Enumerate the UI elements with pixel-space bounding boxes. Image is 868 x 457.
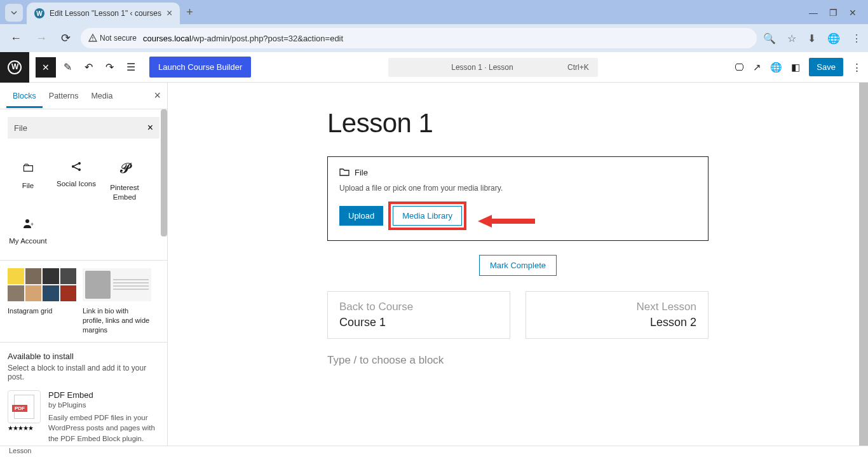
browser-tab[interactable]: W Edit Lesson "Lesson 1" ‹ courses × bbox=[27, 3, 180, 24]
pattern-link-in-bio[interactable]: Link in bio with profile, links and wide… bbox=[83, 268, 151, 335]
available-to-install: Available to install Select a block to i… bbox=[0, 342, 167, 446]
svg-point-1 bbox=[92, 39, 93, 40]
block-pinterest-embed[interactable]: 𝒫 Pinterest Embed bbox=[100, 153, 149, 210]
maximize-icon[interactable]: ❐ bbox=[829, 8, 837, 18]
pinterest-icon: 𝒫 bbox=[119, 160, 130, 177]
close-inserter-button[interactable]: ✕ bbox=[36, 57, 56, 78]
globe-icon[interactable]: 🌐 bbox=[770, 62, 782, 73]
tab-blocks[interactable]: Blocks bbox=[6, 84, 43, 108]
svg-text:+: + bbox=[31, 221, 34, 228]
document-title-bar[interactable]: Lesson 1 · Lesson Ctrl+K bbox=[388, 58, 598, 77]
warning-icon bbox=[88, 34, 97, 43]
page-title[interactable]: Lesson 1 bbox=[327, 108, 709, 139]
file-block[interactable]: File Upload a file or pick one from your… bbox=[327, 156, 709, 241]
undo-icon[interactable]: ↶ bbox=[79, 56, 98, 78]
blocks-grid: 🗀 File Social Icons 𝒫 Pinterest Embed bbox=[0, 146, 167, 260]
document-overview-icon[interactable]: ☰ bbox=[121, 56, 140, 78]
edit-icon[interactable]: ✎ bbox=[58, 56, 77, 78]
browser-toolbar: ← → ⟳ Not secure courses.local/wp-admin/… bbox=[0, 24, 868, 52]
block-my-account[interactable]: + My Account bbox=[4, 210, 52, 254]
inserter-tabs: Blocks Patterns Media × bbox=[0, 83, 167, 109]
view-icon[interactable]: 🖵 bbox=[735, 62, 744, 72]
available-desc: Select a block to install and add it to … bbox=[8, 364, 159, 381]
options-icon[interactable]: ⋮ bbox=[852, 62, 862, 73]
block-inserter-panel: Blocks Patterns Media × File × 🗀 File bbox=[0, 83, 168, 446]
security-badge[interactable]: Not secure bbox=[88, 34, 137, 43]
window-controls: — ❐ ✕ bbox=[809, 8, 868, 18]
close-tab-icon[interactable]: × bbox=[166, 8, 172, 19]
svg-line-5 bbox=[74, 164, 79, 167]
menu-icon[interactable]: ⋮ bbox=[851, 32, 862, 44]
account-icon: + bbox=[22, 217, 34, 230]
browser-tab-strip: W Edit Lesson "Lesson 1" ‹ courses × + —… bbox=[0, 0, 868, 24]
back-button[interactable]: ← bbox=[6, 29, 25, 48]
wordpress-logo[interactable] bbox=[0, 52, 29, 83]
extension-icon[interactable]: 🌐 bbox=[827, 32, 840, 44]
pdf-icon: PDF bbox=[8, 390, 41, 423]
plugin-pdf-embed[interactable]: PDF ★★★★★ PDF Embed by bPlugins Easily e… bbox=[8, 390, 159, 443]
block-placeholder[interactable]: Type / to choose a block bbox=[327, 354, 709, 367]
close-window-icon[interactable]: ✕ bbox=[849, 8, 857, 18]
new-tab-button[interactable]: + bbox=[186, 6, 193, 19]
canvas-scrollbar[interactable] bbox=[859, 83, 868, 446]
forward-button[interactable]: → bbox=[32, 29, 51, 48]
upload-button[interactable]: Upload bbox=[339, 206, 383, 226]
svg-point-7 bbox=[25, 219, 29, 223]
svg-point-3 bbox=[78, 162, 81, 165]
sidebar-scrollbar[interactable] bbox=[161, 109, 167, 236]
lesson-navigation: Back to Course Course 1 Next Lesson Less… bbox=[327, 291, 709, 339]
close-panel-icon[interactable]: × bbox=[154, 89, 161, 102]
minimize-icon[interactable]: — bbox=[809, 8, 818, 18]
folder-icon: 🗀 bbox=[22, 160, 34, 175]
nav-prev-card[interactable]: Back to Course Course 1 bbox=[327, 291, 510, 339]
bookmark-icon[interactable]: ☆ bbox=[787, 32, 796, 44]
launch-course-builder-button[interactable]: Launch Course Builder bbox=[149, 57, 251, 78]
tab-patterns[interactable]: Patterns bbox=[43, 84, 85, 108]
zoom-icon[interactable]: 🔍 bbox=[763, 32, 776, 44]
reload-button[interactable]: ⟳ bbox=[57, 29, 74, 48]
status-bar: Lesson bbox=[0, 446, 868, 457]
address-bar[interactable]: Not secure courses.local/wp-admin/post.p… bbox=[81, 28, 757, 48]
redo-icon[interactable]: ↷ bbox=[100, 56, 119, 78]
tab-title: Edit Lesson "Lesson 1" ‹ courses bbox=[50, 9, 161, 18]
url-text: courses.local/wp-admin/post.php?post=32&… bbox=[143, 34, 343, 43]
media-library-button[interactable]: Media Library bbox=[393, 206, 462, 226]
folder-icon bbox=[339, 167, 349, 177]
pattern-instagram-grid[interactable]: Instagram grid bbox=[8, 268, 76, 335]
tab-media[interactable]: Media bbox=[85, 84, 119, 108]
file-block-header: File bbox=[339, 167, 696, 177]
svg-line-6 bbox=[74, 167, 79, 170]
available-title: Available to install bbox=[8, 351, 159, 361]
star-rating: ★★★★★ bbox=[8, 425, 41, 432]
annotation-highlight: Media Library bbox=[388, 201, 466, 230]
nav-next-card[interactable]: Next Lesson Lesson 2 bbox=[526, 291, 709, 339]
share-icon bbox=[70, 160, 83, 173]
file-block-desc: Upload a file or pick one from your medi… bbox=[339, 184, 696, 193]
wordpress-favicon: W bbox=[34, 8, 44, 18]
sidebar-toggle-icon[interactable]: ◧ bbox=[791, 62, 800, 73]
external-link-icon[interactable]: ↗ bbox=[753, 62, 761, 73]
editor-toolbar: ✕ ✎ ↶ ↷ ☰ Launch Course Builder Lesson 1… bbox=[0, 52, 868, 83]
patterns-list: Instagram grid Link in bio with profile,… bbox=[0, 260, 167, 343]
block-file[interactable]: 🗀 File bbox=[4, 153, 52, 210]
block-social-icons[interactable]: Social Icons bbox=[52, 153, 100, 210]
downloads-icon[interactable]: ⬇ bbox=[808, 32, 816, 44]
editor-canvas[interactable]: Lesson 1 File Upload a file or pick one … bbox=[168, 83, 868, 446]
svg-point-4 bbox=[78, 168, 81, 171]
clear-search-icon[interactable]: × bbox=[147, 122, 153, 133]
tab-search-button[interactable] bbox=[5, 4, 23, 22]
wordpress-editor: ✕ ✎ ↶ ↷ ☰ Launch Course Builder Lesson 1… bbox=[0, 52, 868, 457]
save-button[interactable]: Save bbox=[809, 58, 843, 76]
mark-complete-button[interactable]: Mark Complete bbox=[479, 255, 557, 276]
search-input[interactable]: File × bbox=[8, 117, 159, 139]
